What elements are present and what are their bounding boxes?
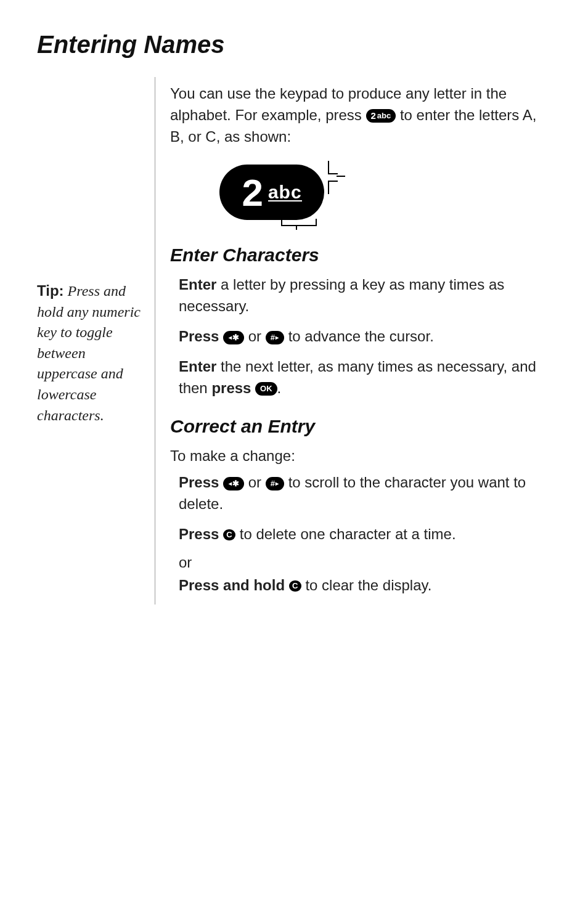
step-verb: press (211, 380, 251, 396)
step-verb: Press (179, 328, 223, 344)
step-text: or (248, 474, 266, 491)
main-column: You can use the keypad to produce any le… (155, 77, 551, 605)
arrow-left-icon: ◂ (229, 332, 232, 343)
enter-step-2: Press ◂✱ or #▸ to advance the cursor. (170, 326, 551, 348)
step-text: to advance the cursor. (288, 328, 434, 344)
step-text: or (248, 328, 266, 344)
arrow-right-icon: ▸ (276, 332, 279, 343)
correct-step-3: Press and hold C to clear the display. (170, 575, 551, 596)
step-text: to clear the display. (305, 577, 431, 593)
key-hash-right-icon: #▸ (266, 477, 284, 491)
bracket-stub-icon (337, 176, 345, 177)
correct-step-1: Press ◂✱ or #▸ to scroll to the characte… (170, 472, 551, 515)
enter-step-3: Enter the next letter, as many times as … (170, 356, 551, 399)
key-ok-icon: OK (255, 382, 277, 396)
step-verb: Press (179, 474, 223, 491)
step-text (251, 380, 255, 396)
period: . (277, 380, 282, 396)
key-c-icon: C (223, 529, 235, 540)
arrow-right-icon: ▸ (276, 478, 279, 489)
step-verb: Enter (179, 358, 216, 375)
big-key-digit: 2 (242, 171, 263, 214)
big-key-letters: abc (268, 182, 302, 202)
step-text: to delete one character at a time. (240, 526, 456, 542)
step-verb: Enter (179, 276, 216, 293)
key-star-left-icon: ◂✱ (223, 477, 244, 491)
bracket-stub-icon (296, 225, 297, 230)
sidebar: Tip: Press and hold any numeric key to t… (37, 77, 155, 605)
arrow-left-icon: ◂ (229, 478, 232, 489)
bracket-icon (306, 197, 316, 215)
hash-symbol: # (271, 478, 275, 489)
star-symbol: ✱ (232, 332, 239, 343)
keypad-2abc-illustration: 2 abc (219, 160, 355, 227)
tip-body: Press and hold any numeric key to toggle… (37, 283, 141, 423)
enter-step-1: Enter a letter by pressing a key as many… (170, 274, 551, 317)
or-label: or (179, 554, 551, 571)
hash-symbol: # (271, 332, 275, 343)
correct-intro: To make a change: (170, 446, 551, 467)
intro-paragraph: You can use the keypad to produce any le… (170, 83, 551, 147)
correct-entry-heading: Correct an Entry (170, 416, 551, 437)
key-2abc-icon: 2abc (366, 109, 396, 123)
correct-step-2: Press C to delete one character at a tim… (170, 524, 551, 545)
step-text: a letter by pressing a key as many times… (179, 276, 504, 314)
page-title: Entering Names (37, 31, 551, 59)
bracket-icon (328, 181, 338, 194)
bracket-icon (281, 219, 317, 226)
key-hash-right-icon: #▸ (266, 331, 284, 344)
key-c-icon: C (289, 580, 301, 592)
tip-heading: Tip: (37, 282, 64, 299)
key-2abc-letters: abc (377, 110, 391, 121)
enter-characters-heading: Enter Characters (170, 245, 551, 266)
key-2abc-digit: 2 (371, 110, 376, 121)
key-star-left-icon: ◂✱ (223, 331, 244, 344)
tip-block: Tip: Press and hold any numeric key to t… (37, 280, 149, 426)
step-verb: Press and hold (179, 577, 289, 593)
bracket-icon (328, 161, 338, 174)
star-symbol: ✱ (232, 478, 239, 489)
step-verb: Press (179, 526, 223, 542)
